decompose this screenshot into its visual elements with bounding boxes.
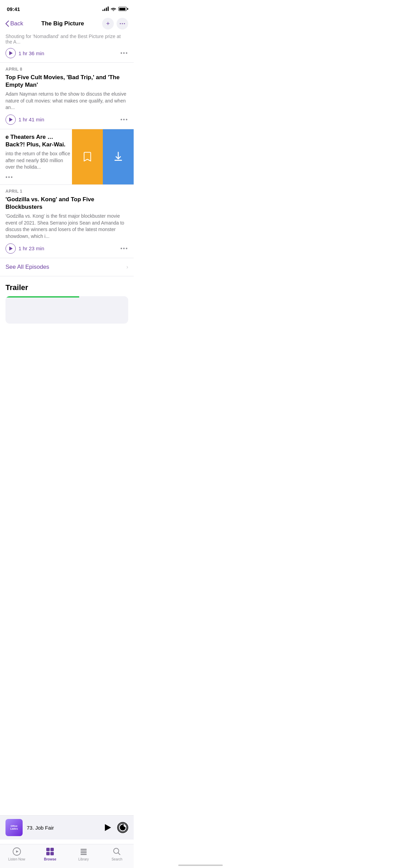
- play-row-3: 1 hr 23 min: [5, 243, 44, 254]
- chevron-right-icon: ›: [126, 264, 128, 270]
- episode-title-3: 'Godzilla vs. Kong' and Top Five Blockbu…: [5, 196, 128, 211]
- episode-date-1: APRIL 8: [5, 67, 128, 72]
- play-button-ep3[interactable]: [5, 243, 16, 254]
- back-button[interactable]: Back: [5, 20, 23, 27]
- see-all-label: See All Episodes: [5, 264, 49, 270]
- trailer-progress-bar: [5, 296, 79, 298]
- duration-ep1: 1 hr 41 min: [19, 117, 44, 122]
- status-icons: [102, 7, 127, 11]
- play-row-1: 1 hr 41 min: [5, 114, 44, 125]
- episode-desc-3: 'Godzilla vs. Kong' is the first major b…: [5, 213, 128, 240]
- nav-header: Back The Big Picture +: [0, 15, 134, 34]
- trailer-card[interactable]: [5, 296, 128, 324]
- wifi-icon: [111, 7, 116, 11]
- nav-actions: +: [102, 18, 128, 29]
- episode-item-truncated: Shouting for 'Nomadland' and the Best Pi…: [0, 34, 134, 63]
- download-action[interactable]: [103, 129, 134, 184]
- battery-icon: [118, 7, 127, 11]
- more-options-ep3[interactable]: •••: [120, 245, 128, 252]
- play-button-ep1[interactable]: [5, 114, 16, 125]
- episode-item-1: APRIL 8 Top Five Cult Movies, 'Bad Trip,…: [0, 63, 134, 129]
- episode-item-2: e Theaters Are … Back?! Plus, Kar-Wai. i…: [0, 129, 134, 185]
- trailer-section-title: Trailer: [0, 276, 134, 296]
- duration-ep3: 1 hr 23 min: [19, 245, 44, 251]
- truncated-episode-desc: Shouting for 'Nomadland' and the Best Pi…: [5, 34, 128, 45]
- add-button[interactable]: +: [102, 18, 114, 29]
- bookmark-action[interactable]: [72, 129, 103, 184]
- svg-point-1: [122, 23, 123, 24]
- back-label: Back: [10, 20, 23, 27]
- page-title: The Big Picture: [23, 20, 102, 27]
- bookmark-icon: [83, 151, 92, 162]
- status-time: 09:41: [7, 6, 20, 12]
- play-button-ep0[interactable]: [5, 48, 16, 58]
- more-button[interactable]: [117, 18, 128, 29]
- svg-point-0: [120, 23, 121, 24]
- more-options-ep0[interactable]: •••: [120, 50, 128, 56]
- episode-item-3: APRIL 1 'Godzilla vs. Kong' and Top Five…: [0, 185, 134, 258]
- episode-title-2: e Theaters Are … Back?! Plus, Kar-Wai.: [5, 133, 72, 148]
- episode-content-2: e Theaters Are … Back?! Plus, Kar-Wai. i…: [5, 133, 72, 180]
- duration-ep0: 1 hr 36 min: [19, 50, 44, 56]
- more-options-ep2[interactable]: •••: [5, 174, 13, 180]
- see-all-episodes[interactable]: See All Episodes ›: [0, 258, 134, 276]
- swipe-actions: [72, 129, 134, 184]
- episode-desc-2: into the return of the box office after …: [5, 150, 72, 171]
- episode-title-1: Top Five Cult Movies, 'Bad Trip,' and 'T…: [5, 74, 128, 89]
- episode-date-3: APRIL 1: [5, 189, 128, 194]
- play-row: 1 hr 36 min: [5, 48, 44, 58]
- episode-desc-1: Adam Nayman returns to the show to discu…: [5, 91, 128, 111]
- download-icon: [114, 151, 123, 162]
- signal-icon: [102, 7, 109, 11]
- status-bar: 09:41: [0, 0, 134, 15]
- svg-point-2: [124, 23, 125, 24]
- more-options-ep1[interactable]: •••: [120, 117, 128, 123]
